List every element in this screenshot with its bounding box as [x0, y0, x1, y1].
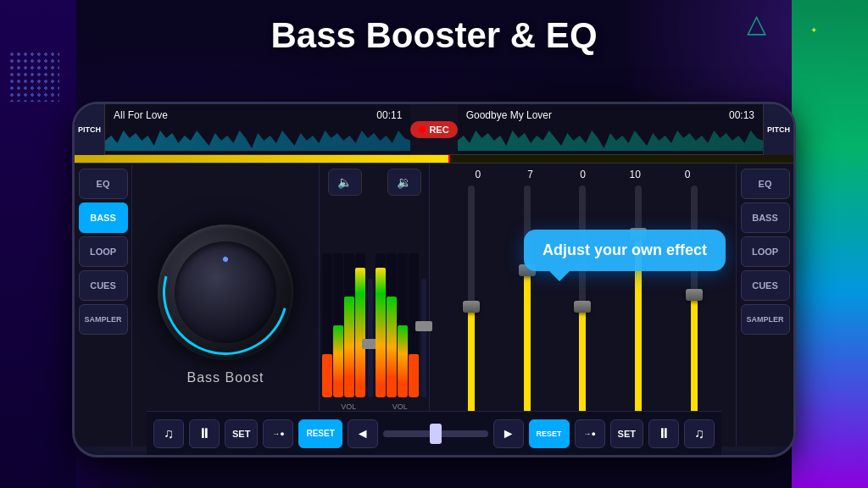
vu-bar-7 [398, 253, 408, 397]
rec-button[interactable]: REC [410, 121, 457, 138]
page-title: Bass Booster & EQ [270, 15, 597, 56]
vol-left-label: VOL [341, 402, 356, 411]
transport-music-right[interactable]: ♫ [684, 419, 715, 448]
transport-set-right[interactable]: SET [610, 419, 643, 448]
waveform-left: All For Love 00:11 [105, 104, 410, 154]
transport-prev[interactable]: ◄ [348, 419, 378, 448]
eq-handle-14khz[interactable] [686, 289, 703, 301]
vu-left-channel [322, 270, 365, 397]
left-track-time: 00:11 [376, 109, 402, 121]
eq-sliders-row: 60HZ 230HZ 910HZ [435, 182, 731, 443]
vu-bar-4 [355, 253, 365, 397]
pitch-right-label: PITCH [767, 125, 790, 134]
eq-fill-60hz [468, 307, 475, 428]
vu-icons-row: 🔈 🔉 [328, 169, 421, 196]
vol-labels-row: VOL VOL [323, 402, 426, 411]
side-left-decoration [0, 0, 76, 488]
right-cues-button[interactable]: CUES [741, 270, 790, 301]
timeline-marker [448, 155, 450, 163]
eq-handle-60hz[interactable] [463, 301, 480, 313]
transport-arrow-rec-right[interactable]: →● [575, 419, 605, 448]
knob-inner [175, 241, 276, 343]
right-sampler-button[interactable]: SAMPLER [741, 304, 790, 335]
right-bass-button[interactable]: BASS [741, 202, 790, 233]
right-loop-button[interactable]: LOOP [741, 236, 790, 267]
eq-handle-910hz[interactable] [574, 301, 591, 313]
transport-set-left[interactable]: SET [225, 419, 258, 448]
volume-right-icon-btn[interactable]: 🔉 [387, 169, 421, 196]
vu-bar-6 [387, 253, 397, 397]
left-loop-button[interactable]: LOOP [79, 236, 128, 267]
waveform-visual-left [105, 125, 410, 151]
eq-slider-910hz-track[interactable] [579, 186, 586, 428]
right-eq-button[interactable]: EQ [741, 169, 790, 199]
right-track-time: 00:13 [729, 109, 754, 121]
eq-value-1: 0 [461, 169, 495, 180]
eq-slider-3khz-track[interactable] [635, 186, 642, 428]
right-controls-panel: EQ BASS LOOP CUES SAMPLER [736, 164, 793, 446]
transport-progress-track[interactable] [383, 430, 488, 437]
fader-right-col [421, 279, 426, 397]
transport-reset-left[interactable]: RESET [298, 419, 342, 448]
pitch-right-button[interactable]: PITCH [763, 104, 793, 155]
eq-values-row: 0 7 0 10 0 [435, 167, 731, 182]
eq-value-5: 0 [670, 169, 704, 180]
side-right-decoration [792, 0, 868, 488]
timeline-bar[interactable] [75, 155, 793, 164]
adjust-effect-tooltip: Adjust your own effect [524, 230, 726, 271]
triangle-decoration: △ [747, 8, 766, 38]
vu-bar-3 [344, 253, 354, 397]
pitch-left-label: PITCH [78, 125, 101, 134]
transport-pause-right[interactable]: ⏸ [648, 419, 679, 448]
eq-area: 0 7 0 10 0 60HZ [429, 164, 736, 446]
eq-slider-14khz-track[interactable] [691, 186, 698, 428]
transport-arrow-rec-left[interactable]: →● [263, 419, 293, 448]
left-controls-panel: EQ BASS LOOP CUES SAMPLER [75, 164, 132, 446]
eq-value-2: 7 [514, 169, 548, 180]
star-decoration: ✦ [810, 25, 817, 35]
transport-pause-left[interactable]: ⏸ [189, 419, 220, 448]
left-sampler-button[interactable]: SAMPLER [79, 304, 128, 335]
fader-left-col [368, 279, 373, 397]
waveform-fill-left [105, 125, 410, 151]
fader-left-track[interactable] [368, 279, 373, 397]
knob-area: Bass Boost [132, 164, 319, 446]
waveform-visual-right [458, 125, 763, 151]
eq-fill-910hz [579, 307, 586, 428]
vu-meter-group [322, 201, 426, 401]
waveform-right: Goodbye My Lover 00:13 [458, 104, 763, 154]
eq-slider-230hz: 230HZ [499, 186, 555, 440]
fader-right-track[interactable] [421, 279, 426, 397]
eq-value-4: 10 [618, 169, 652, 180]
eq-slider-60hz-track[interactable] [468, 186, 475, 428]
waveform-bar: PITCH All For Love 00:11 REC Goodbye My … [75, 104, 793, 155]
volume-left-icon-btn[interactable]: 🔈 [328, 169, 362, 196]
waveform-fill-right [458, 125, 763, 151]
vu-bar-2 [333, 253, 343, 397]
main-content: EQ BASS LOOP CUES SAMPLER Bass Boost 🔈 🔉 [75, 164, 793, 446]
eq-slider-14khz: 14KHZ [666, 186, 722, 440]
eq-slider-230hz-track[interactable] [524, 186, 531, 428]
eq-fill-14khz [691, 295, 698, 428]
rec-dot [419, 126, 426, 133]
left-cues-button[interactable]: CUES [79, 270, 128, 301]
vol-right-label: VOL [392, 402, 408, 411]
transport-reset-right[interactable]: RESET [529, 419, 570, 448]
transport-next[interactable]: ► [493, 419, 524, 448]
eq-fill-230hz [524, 270, 531, 428]
left-bass-button[interactable]: BASS [79, 202, 128, 233]
vu-meters-area: 🔈 🔉 [319, 164, 429, 446]
transport-music-left[interactable]: ♫ [153, 419, 184, 448]
transport-progress-handle[interactable] [430, 424, 442, 444]
bass-knob[interactable] [158, 225, 293, 360]
tooltip-text: Adjust your own effect [542, 241, 707, 258]
eq-slider-60hz: 60HZ [443, 186, 499, 440]
vu-right-channel [376, 270, 419, 397]
pitch-left-button[interactable]: PITCH [75, 104, 105, 155]
knob-label: Bass Boost [187, 370, 264, 385]
left-eq-button[interactable]: EQ [79, 169, 128, 199]
eq-slider-910hz: 910HZ [555, 186, 611, 440]
fader-right-handle[interactable] [415, 321, 432, 331]
timeline-fill [75, 155, 448, 163]
eq-slider-3khz: 3KHZ [610, 186, 666, 440]
